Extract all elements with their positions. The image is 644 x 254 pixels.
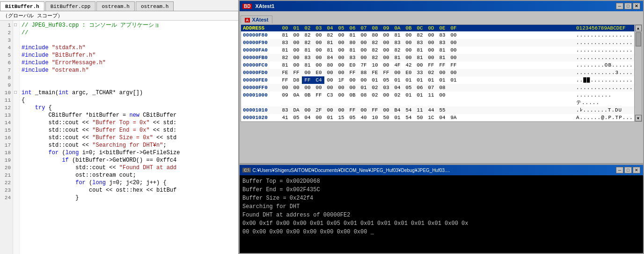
mem-hex-cell[interactable]: 40 — [358, 114, 369, 121]
mem-hex-cell[interactable]: DA — [291, 106, 302, 114]
mem-hex-cell[interactable]: 00 — [336, 46, 347, 54]
mem-hex-cell[interactable]: 00 — [313, 61, 324, 69]
mem-hex-cell[interactable]: 04 — [302, 114, 313, 121]
mem-hex-cell[interactable]: 00 — [324, 84, 336, 91]
mem-hex-cell[interactable]: 01 — [358, 84, 369, 91]
mem-hex-cell[interactable]: D8 — [291, 76, 302, 84]
mem-hex-cell[interactable]: 11 — [425, 91, 437, 106]
mem-hex-cell[interactable]: 01 — [448, 76, 459, 84]
mem-hex-cell[interactable]: 82 — [279, 54, 291, 61]
mem-hex-cell[interactable]: 81 — [347, 46, 358, 54]
mem-hex-cell[interactable]: 00 — [358, 31, 369, 39]
mem-hex-cell[interactable]: 83 — [279, 106, 291, 114]
mem-hex-cell[interactable]: 00 — [313, 31, 324, 39]
mem-hex-cell[interactable]: 81 — [437, 54, 448, 61]
mem-hex-cell[interactable]: 00 — [448, 46, 459, 54]
xatest1-close[interactable]: ✕ — [633, 3, 640, 9]
mem-hex-cell[interactable]: 15 — [336, 114, 347, 121]
mem-hex-cell[interactable]: 00 — [324, 76, 336, 84]
mem-hex-cell[interactable]: 82 — [369, 54, 381, 61]
mem-hex-cell[interactable]: 55 — [437, 106, 448, 114]
mem-hex-cell[interactable]: 02 — [369, 84, 381, 91]
mem-hex-cell[interactable]: 81 — [279, 61, 291, 69]
mem-hex-cell[interactable]: 05 — [381, 76, 392, 84]
mem-hex-cell[interactable]: 00 — [336, 84, 347, 91]
mem-hex-cell[interactable]: FE — [369, 69, 381, 76]
mem-hex-cell[interactable]: B4 — [392, 106, 403, 114]
mem-hex-cell[interactable]: 00 — [403, 54, 414, 61]
mem-hex-cell[interactable]: 83 — [279, 39, 291, 46]
xatest-inner-tab[interactable]: XAtest — [252, 17, 269, 22]
mem-hex-cell[interactable]: 00 — [381, 31, 392, 39]
mem-hex-cell[interactable]: 00 — [336, 69, 347, 76]
mem-hex-cell[interactable]: 81 — [279, 31, 291, 39]
mem-hex-cell[interactable]: 81 — [302, 46, 313, 54]
mem-hex-cell[interactable]: 00 — [381, 106, 392, 114]
xatest1-maximize[interactable]: □ — [624, 3, 632, 9]
mem-hex-cell[interactable]: 00 — [291, 54, 302, 61]
mem-hex-cell[interactable]: 00 — [381, 91, 392, 106]
mem-hex-cell[interactable]: 81 — [414, 54, 425, 61]
mem-hex-cell[interactable]: 00 — [324, 69, 336, 76]
mem-hex-cell[interactable]: 00 — [324, 106, 336, 114]
mem-hex-cell[interactable]: 83 — [302, 54, 313, 61]
mem-hex-cell[interactable]: 01 — [414, 91, 425, 106]
mem-hex-cell[interactable]: 00 — [448, 31, 459, 39]
mem-hex-cell[interactable]: 80 — [324, 61, 336, 69]
mem-hex-cell[interactable]: 01 — [403, 76, 414, 84]
mem-hex-cell[interactable]: 83 — [347, 54, 358, 61]
mem-hex-cell[interactable]: FF — [437, 61, 448, 69]
mem-hex-cell[interactable]: 81 — [437, 46, 448, 54]
scroll-down-arrow[interactable]: ▼ — [635, 115, 642, 121]
mem-hex-cell[interactable]: 83 — [392, 39, 403, 46]
mem-hex-cell[interactable]: 00 — [291, 39, 302, 46]
mem-hex-cell[interactable]: 82 — [369, 46, 381, 54]
mem-hex-cell[interactable]: 00 — [403, 46, 414, 54]
mem-hex-cell[interactable]: FF — [369, 106, 381, 114]
mem-hex-cell[interactable]: 00 — [302, 69, 313, 76]
mem-hex-cell[interactable]: 00 — [358, 54, 369, 61]
mem-hex-cell[interactable]: 00 — [313, 84, 324, 91]
mem-hex-cell[interactable]: FF — [347, 69, 358, 76]
mem-hex-cell[interactable]: E0 — [403, 69, 414, 76]
mem-hex-cell[interactable]: 54 — [403, 114, 414, 121]
mem-hex-cell[interactable]: 10 — [369, 61, 381, 69]
mem-hex-cell[interactable]: 00 — [336, 61, 347, 69]
mem-hex-cell[interactable]: 00 — [279, 84, 291, 91]
mem-hex-cell[interactable]: 08 — [358, 91, 369, 106]
mem-hex-cell[interactable]: 00 — [313, 114, 324, 121]
mem-hex-cell[interactable]: 00 — [403, 39, 414, 46]
mem-hex-cell[interactable]: 81 — [324, 46, 336, 54]
mem-hex-cell[interactable]: 08 — [437, 84, 448, 91]
tab-ostream-cpp[interactable]: ostream.h — [136, 1, 174, 11]
mem-hex-cell[interactable]: 00 — [437, 91, 448, 106]
mem-hex-cell[interactable]: 04 — [437, 114, 448, 121]
mem-hex-cell[interactable]: 00 — [313, 46, 324, 54]
mem-hex-cell[interactable]: 9A — [448, 114, 459, 121]
mem-hex-cell[interactable]: 00 — [381, 61, 392, 69]
mem-hex-cell[interactable]: 1C — [425, 114, 437, 121]
mem-hex-cell[interactable]: 44 — [425, 106, 437, 114]
mem-hex-cell[interactable]: FF — [291, 69, 302, 76]
mem-hex-cell[interactable]: 00 — [448, 69, 459, 76]
mem-hex-cell[interactable]: 33 — [414, 69, 425, 76]
mem-hex-cell[interactable]: 00 — [414, 61, 425, 69]
mem-hex-cell[interactable]: FE — [279, 69, 291, 76]
xatest1-minimize[interactable]: ─ — [616, 3, 623, 9]
mem-hex-cell[interactable]: 00 — [425, 54, 437, 61]
mem-hex-cell[interactable]: 82 — [302, 39, 313, 46]
mem-hex-cell[interactable]: 81 — [324, 39, 336, 46]
mem-hex-cell[interactable]: FF — [347, 106, 358, 114]
mem-hex-cell[interactable]: 01 — [414, 76, 425, 84]
mem-hex-cell[interactable]: 02 — [425, 69, 437, 76]
memory-scrollbar[interactable]: ▲ ▼ — [634, 25, 642, 121]
mem-hex-cell[interactable]: 00 — [403, 31, 414, 39]
mem-hex-cell[interactable]: 82 — [302, 31, 313, 39]
mem-hex-cell[interactable]: 1F — [336, 76, 347, 84]
mem-hex-cell[interactable]: 10 — [369, 114, 381, 121]
mem-hex-cell[interactable]: 00 — [437, 69, 448, 76]
mem-hex-cell[interactable]: 81 — [279, 46, 291, 54]
mem-hex-cell[interactable]: 54 — [403, 106, 414, 114]
mem-hex-cell[interactable]: 00 — [291, 46, 302, 54]
mem-hex-cell[interactable]: 01 — [324, 114, 336, 121]
